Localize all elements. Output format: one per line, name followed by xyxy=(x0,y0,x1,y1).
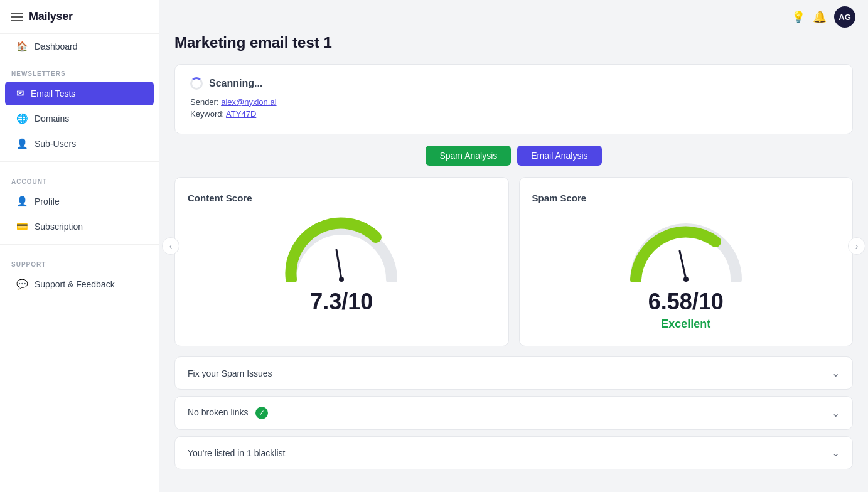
sidebar-divider-1 xyxy=(0,161,159,162)
tab-spam-analysis[interactable]: Spam Analysis xyxy=(426,146,511,166)
nav-arrow-left[interactable]: ‹ xyxy=(162,237,179,255)
lightbulb-icon[interactable]: 💡 xyxy=(791,10,805,24)
newsletters-section-label: NEWSLETTERS xyxy=(0,59,159,81)
score-cards: Content Score 7.3/10 Spam Score xyxy=(174,177,853,346)
chevron-down-icon-2: ⌄ xyxy=(832,407,840,419)
content-score-value: 7.3/10 xyxy=(188,289,496,315)
accordion-broken-links-header[interactable]: No broken links ✓ ⌄ xyxy=(175,397,852,429)
accordion-fix-spam-label: Fix your Spam Issues xyxy=(188,368,272,378)
scan-status: Scanning... xyxy=(190,77,837,90)
sidebar-item-sub-users[interactable]: 👤 Sub-Users xyxy=(5,132,154,156)
chevron-down-icon-3: ⌄ xyxy=(832,447,840,459)
tab-buttons: Spam Analysis Email Analysis xyxy=(174,146,853,166)
accordion-blacklist: You're listed in 1 blacklist ⌄ xyxy=(174,436,853,469)
email-icon: ✉ xyxy=(16,88,24,99)
home-icon: 🏠 xyxy=(16,41,28,52)
sidebar-item-email-tests[interactable]: ✉ Email Tests xyxy=(5,82,154,105)
content-gauge-svg xyxy=(279,213,404,282)
main-content: ‹ › 💡 🔔 AG Marketing email test 1 Scanni… xyxy=(159,0,868,492)
bell-icon[interactable]: 🔔 xyxy=(813,10,827,24)
tab-email-analysis[interactable]: Email Analysis xyxy=(517,146,601,166)
sidebar-item-subscription[interactable]: 💳 Subscription xyxy=(5,215,154,238)
accordion-broken-links-label: No broken links ✓ xyxy=(188,407,268,419)
sidebar-item-domains[interactable]: 🌐 Domains xyxy=(5,107,154,131)
spam-score-label: Excellent xyxy=(532,318,840,331)
account-section-label: ACCOUNT xyxy=(0,167,159,189)
domain-icon: 🌐 xyxy=(16,113,28,124)
sidebar-divider-2 xyxy=(0,244,159,245)
chevron-down-icon: ⌄ xyxy=(832,367,840,379)
spam-score-card: Spam Score 6.58/10 Excellent xyxy=(519,177,854,346)
accordion-fix-spam: Fix your Spam Issues ⌄ xyxy=(174,356,853,390)
keyword-link[interactable]: ATY47D xyxy=(226,109,256,119)
profile-icon: 👤 xyxy=(16,196,28,207)
sidebar-header: Mailyser xyxy=(0,0,159,34)
svg-point-3 xyxy=(683,277,689,282)
topbar: 💡 🔔 AG xyxy=(159,0,868,34)
spam-score-title: Spam Score xyxy=(532,193,840,203)
scan-keyword: Keyword: ATY47D xyxy=(190,109,837,119)
content-score-card: Content Score 7.3/10 xyxy=(174,177,509,346)
scan-status-text: Scanning... xyxy=(209,78,262,89)
hamburger-icon[interactable] xyxy=(11,13,23,21)
support-section-label: SUPPORT xyxy=(0,250,159,272)
accordion-broken-links: No broken links ✓ ⌄ xyxy=(174,396,853,430)
spam-gauge-svg xyxy=(623,213,749,282)
nav-arrow-right[interactable]: › xyxy=(848,237,865,255)
users-icon: 👤 xyxy=(16,138,28,149)
avatar[interactable]: AG xyxy=(834,6,855,28)
sidebar-item-profile[interactable]: 👤 Profile xyxy=(5,190,154,213)
svg-line-2 xyxy=(680,251,686,279)
accordion-fix-spam-header[interactable]: Fix your Spam Issues ⌄ xyxy=(175,357,852,389)
svg-line-0 xyxy=(336,250,341,279)
svg-point-1 xyxy=(339,277,344,282)
scan-sender: Sender: alex@nyxion.ai xyxy=(190,97,837,107)
subscription-icon: 💳 xyxy=(16,221,28,232)
page-content: Marketing email test 1 Scanning... Sende… xyxy=(159,34,868,491)
spam-score-gauge xyxy=(623,213,749,282)
accordion-blacklist-label: You're listed in 1 blacklist xyxy=(188,448,285,458)
scan-card: Scanning... Sender: alex@nyxion.ai Keywo… xyxy=(174,64,853,134)
content-score-gauge xyxy=(279,213,404,282)
sidebar-item-support[interactable]: 💬 Support & Feedback xyxy=(5,272,154,296)
sidebar-item-dashboard[interactable]: 🏠 Dashboard xyxy=(5,35,154,58)
check-badge-broken-links: ✓ xyxy=(255,407,268,419)
spam-score-value: 6.58/10 xyxy=(532,289,840,315)
app-logo: Mailyser xyxy=(29,10,73,23)
accordion-blacklist-header[interactable]: You're listed in 1 blacklist ⌄ xyxy=(175,437,852,469)
loading-spinner xyxy=(190,77,203,90)
page-title: Marketing email test 1 xyxy=(174,34,853,51)
content-score-title: Content Score xyxy=(188,193,496,203)
sidebar: Mailyser 🏠 Dashboard NEWSLETTERS ✉ Email… xyxy=(0,0,159,492)
sender-email-link[interactable]: alex@nyxion.ai xyxy=(221,97,276,107)
support-icon: 💬 xyxy=(16,279,28,290)
